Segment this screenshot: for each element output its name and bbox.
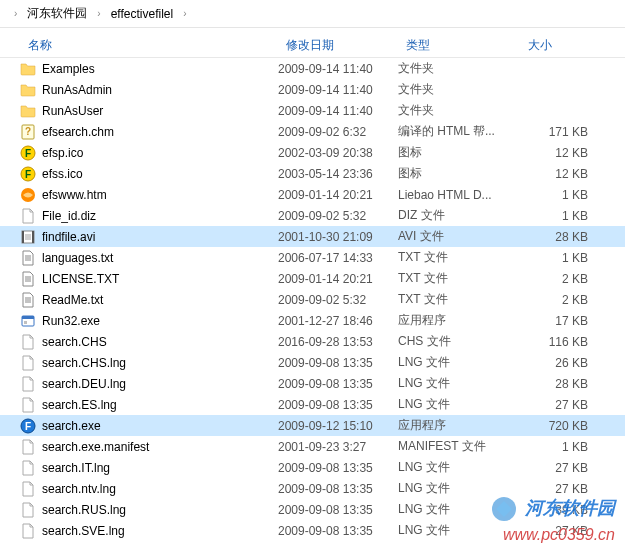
file-row[interactable]: File_id.diz2009-09-02 5:32DIZ 文件1 KB <box>0 205 625 226</box>
file-size: 28 KB <box>520 230 600 244</box>
file-row[interactable]: languages.txt2006-07-17 14:33TXT 文件1 KB <box>0 247 625 268</box>
file-date: 2009-09-08 13:35 <box>278 524 398 538</box>
folder-icon <box>20 82 36 98</box>
htm-icon <box>20 187 36 203</box>
file-name: languages.txt <box>42 251 113 265</box>
file-type: Liebao HTML D... <box>398 188 520 202</box>
file-date: 2009-09-02 5:32 <box>278 209 398 223</box>
file-row[interactable]: search.ntv.lng2009-09-08 13:35LNG 文件27 K… <box>0 478 625 499</box>
file-type: LNG 文件 <box>398 396 520 413</box>
svg-text:?: ? <box>25 126 31 137</box>
file-size: 1 KB <box>520 209 600 223</box>
file-type: DIZ 文件 <box>398 207 520 224</box>
file-row[interactable]: search.RUS.lng2009-09-08 13:35LNG 文件39 K… <box>0 499 625 520</box>
file-type: 图标 <box>398 165 520 182</box>
file-type: LNG 文件 <box>398 522 520 539</box>
file-row[interactable]: search.CHS2016-09-28 13:53CHS 文件116 KB <box>0 331 625 352</box>
file-date: 2009-09-08 13:35 <box>278 461 398 475</box>
column-headers: 名称 修改日期 类型 大小 <box>0 28 625 58</box>
column-header-type[interactable]: 类型 <box>398 37 520 54</box>
file-row[interactable]: Run32.exe2001-12-27 18:46应用程序17 KB <box>0 310 625 331</box>
exe-icon <box>20 313 36 329</box>
file-name: Run32.exe <box>42 314 100 328</box>
file-date: 2016-09-28 13:53 <box>278 335 398 349</box>
file-row[interactable]: search.DEU.lng2009-09-08 13:35LNG 文件28 K… <box>0 373 625 394</box>
file-list[interactable]: Examples2009-09-14 11:40文件夹RunAsAdmin200… <box>0 58 625 541</box>
file-date: 2009-09-12 15:10 <box>278 419 398 433</box>
file-type: LNG 文件 <box>398 375 520 392</box>
file-name: RunAsAdmin <box>42 83 112 97</box>
file-row[interactable]: Fefss.ico2003-05-14 23:36图标12 KB <box>0 163 625 184</box>
file-date: 2003-05-14 23:36 <box>278 167 398 181</box>
file-icon <box>20 208 36 224</box>
file-name: search.CHS <box>42 335 107 349</box>
file-type: MANIFEST 文件 <box>398 438 520 455</box>
file-type: TXT 文件 <box>398 270 520 287</box>
file-name: search.SVE.lng <box>42 524 125 538</box>
file-type: TXT 文件 <box>398 249 520 266</box>
file-icon <box>20 397 36 413</box>
chm-icon: ? <box>20 124 36 140</box>
file-row[interactable]: LICENSE.TXT2009-01-14 20:21TXT 文件2 KB <box>0 268 625 289</box>
file-size: 27 KB <box>520 398 600 412</box>
file-row[interactable]: RunAsAdmin2009-09-14 11:40文件夹 <box>0 79 625 100</box>
file-icon <box>20 439 36 455</box>
breadcrumb-part[interactable]: effectivefilel <box>107 7 177 21</box>
file-date: 2009-09-02 5:32 <box>278 293 398 307</box>
file-type: TXT 文件 <box>398 291 520 308</box>
file-type: 编译的 HTML 帮... <box>398 123 520 140</box>
file-date: 2009-09-08 13:35 <box>278 356 398 370</box>
file-row[interactable]: ReadMe.txt2009-09-02 5:32TXT 文件2 KB <box>0 289 625 310</box>
column-header-size[interactable]: 大小 <box>520 37 600 54</box>
file-row[interactable]: findfile.avi2001-10-30 21:09AVI 文件28 KB <box>0 226 625 247</box>
file-date: 2006-07-17 14:33 <box>278 251 398 265</box>
folder-icon <box>20 61 36 77</box>
breadcrumb[interactable]: › 河东软件园 › effectivefilel › <box>0 0 625 28</box>
file-type: 文件夹 <box>398 81 520 98</box>
file-icon <box>20 376 36 392</box>
file-name: findfile.avi <box>42 230 95 244</box>
svg-rect-8 <box>22 231 24 243</box>
svg-text:F: F <box>25 169 31 180</box>
file-row[interactable]: Fefsp.ico2002-03-09 20:38图标12 KB <box>0 142 625 163</box>
file-name: efsp.ico <box>42 146 83 160</box>
file-size: 1 KB <box>520 440 600 454</box>
file-icon <box>20 523 36 539</box>
file-icon <box>20 502 36 518</box>
file-name: efswww.htm <box>42 188 107 202</box>
file-type: CHS 文件 <box>398 333 520 350</box>
file-name: search.IT.lng <box>42 461 110 475</box>
ico-f-icon: F <box>20 166 36 182</box>
ico-f-icon: F <box>20 145 36 161</box>
file-icon <box>20 334 36 350</box>
file-size: 12 KB <box>520 146 600 160</box>
file-size: 1 KB <box>520 188 600 202</box>
file-row[interactable]: search.CHS.lng2009-09-08 13:35LNG 文件26 K… <box>0 352 625 373</box>
file-row[interactable]: search.IT.lng2009-09-08 13:35LNG 文件27 KB <box>0 457 625 478</box>
file-name: ReadMe.txt <box>42 293 103 307</box>
file-row[interactable]: efswww.htm2009-01-14 20:21Liebao HTML D.… <box>0 184 625 205</box>
file-row[interactable]: search.ES.lng2009-09-08 13:35LNG 文件27 KB <box>0 394 625 415</box>
file-type: LNG 文件 <box>398 459 520 476</box>
file-type: 应用程序 <box>398 312 520 329</box>
chevron-right-icon: › <box>8 8 23 19</box>
file-date: 2001-10-30 21:09 <box>278 230 398 244</box>
file-size: 171 KB <box>520 125 600 139</box>
file-row[interactable]: ?efsearch.chm2009-09-02 6:32编译的 HTML 帮..… <box>0 121 625 142</box>
svg-rect-9 <box>32 231 34 243</box>
breadcrumb-part[interactable]: 河东软件园 <box>23 5 91 22</box>
file-row[interactable]: search.SVE.lng2009-09-08 13:35LNG 文件27 K… <box>0 520 625 541</box>
file-name: efss.ico <box>42 167 83 181</box>
file-row[interactable]: Fsearch.exe2009-09-12 15:10应用程序720 KB <box>0 415 625 436</box>
file-row[interactable]: search.exe.manifest2001-09-23 3:27MANIFE… <box>0 436 625 457</box>
file-row[interactable]: RunAsUser2009-09-14 11:40文件夹 <box>0 100 625 121</box>
file-date: 2009-09-14 11:40 <box>278 83 398 97</box>
file-size: 27 KB <box>520 461 600 475</box>
file-row[interactable]: Examples2009-09-14 11:40文件夹 <box>0 58 625 79</box>
file-size: 2 KB <box>520 293 600 307</box>
column-header-date[interactable]: 修改日期 <box>278 37 398 54</box>
file-date: 2009-09-14 11:40 <box>278 104 398 118</box>
column-header-name[interactable]: 名称 <box>20 37 278 54</box>
chevron-right-icon: › <box>91 8 106 19</box>
svg-rect-10 <box>25 234 31 240</box>
